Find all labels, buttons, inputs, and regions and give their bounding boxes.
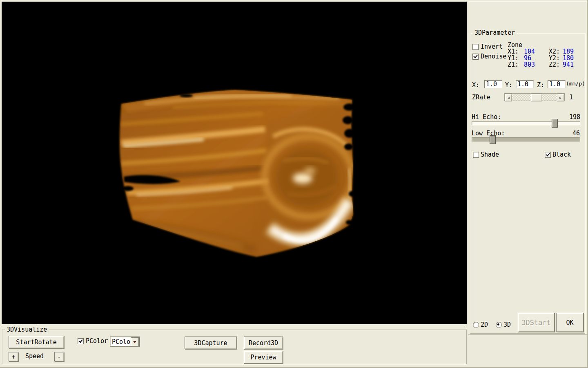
parameter-groupbox-title: 3DParameter: [473, 29, 517, 36]
scale-x-input[interactable]: [484, 80, 502, 88]
hi-echo-slider-thumb[interactable]: [552, 119, 558, 128]
hi-echo-slider-track[interactable]: [472, 121, 580, 125]
parameter-groupbox: 3DParameter: [470, 33, 585, 334]
parameter-panel: 3DParameter Invert Denoise Zone X1: 104 …: [468, 1, 587, 334]
scale-z-label: Z:: [537, 81, 544, 89]
zone-z1-value: 803: [524, 61, 535, 68]
chevron-down-icon: [133, 341, 136, 343]
speed-minus-button[interactable]: -: [54, 352, 64, 361]
speed-plus-button[interactable]: +: [9, 352, 18, 361]
invert-label: Invert: [481, 43, 503, 50]
zone-z2-value: 941: [563, 61, 574, 68]
hi-echo-value: 198: [569, 113, 580, 121]
low-echo-label: Low Echo:: [472, 130, 505, 137]
preview-button[interactable]: Preview: [244, 351, 283, 364]
start-rotate-button[interactable]: StartRotate: [9, 336, 64, 348]
scale-y-input[interactable]: [516, 80, 534, 88]
check-icon: [78, 339, 82, 343]
mode-3d-label: 3D: [503, 321, 511, 328]
zrate-scroll-right-arrow[interactable]: ►: [557, 94, 564, 101]
hi-echo-label: Hi Echo:: [472, 113, 501, 121]
capture-3d-button[interactable]: 3DCapture: [185, 337, 237, 349]
mode-2d-label: 2D: [481, 321, 488, 328]
start3d-button[interactable]: 3DStart: [518, 313, 555, 332]
mode-2d-radio[interactable]: [473, 322, 479, 328]
shade-label: Shade: [481, 151, 499, 158]
zone-z2-label: Z2:: [549, 61, 560, 68]
black-label: Black: [552, 151, 571, 158]
denoise-checkbox[interactable]: [472, 54, 479, 60]
invert-checkbox[interactable]: [472, 44, 479, 50]
black-checkbox[interactable]: [545, 152, 551, 158]
zrate-label: ZRate: [472, 94, 490, 101]
ok-button[interactable]: OK: [556, 313, 584, 332]
zone-z1-label: Z1:: [508, 61, 519, 68]
zrate-scrollbar[interactable]: ◄ ►: [504, 93, 565, 101]
zrate-scroll-thumb[interactable]: [531, 94, 542, 101]
scale-z-input[interactable]: [548, 80, 566, 88]
scale-x-label: X:: [472, 81, 479, 89]
low-echo-value: 46: [572, 130, 580, 137]
zrate-value: 1: [569, 94, 573, 101]
record-3d-button[interactable]: Record3D: [244, 337, 283, 349]
shade-checkbox[interactable]: [473, 152, 479, 158]
low-echo-slider-thumb[interactable]: [490, 135, 496, 144]
pcolor-dropdown-button[interactable]: [131, 337, 139, 346]
pcolor-label: PColor: [86, 337, 108, 345]
check-icon: [473, 54, 477, 58]
check-icon: [546, 152, 550, 157]
speed-label: Speed: [25, 352, 44, 360]
visualize-groupbox-title: 3DVisualize: [5, 326, 49, 333]
scale-y-label: Y:: [505, 81, 512, 89]
radio-dot-icon: [497, 323, 499, 325]
render-viewport[interactable]: [2, 2, 467, 324]
denoise-label: Denoise: [481, 53, 506, 60]
zrate-scroll-left-arrow[interactable]: ◄: [505, 94, 512, 101]
pcolor-checkbox[interactable]: [78, 338, 84, 344]
low-echo-slider-track[interactable]: [472, 137, 580, 141]
mode-3d-radio[interactable]: [496, 322, 502, 328]
volume-render: [2, 2, 467, 324]
scale-unit-label: (mm/p): [566, 81, 585, 87]
pcolor-dropdown[interactable]: PColor: [110, 337, 140, 346]
